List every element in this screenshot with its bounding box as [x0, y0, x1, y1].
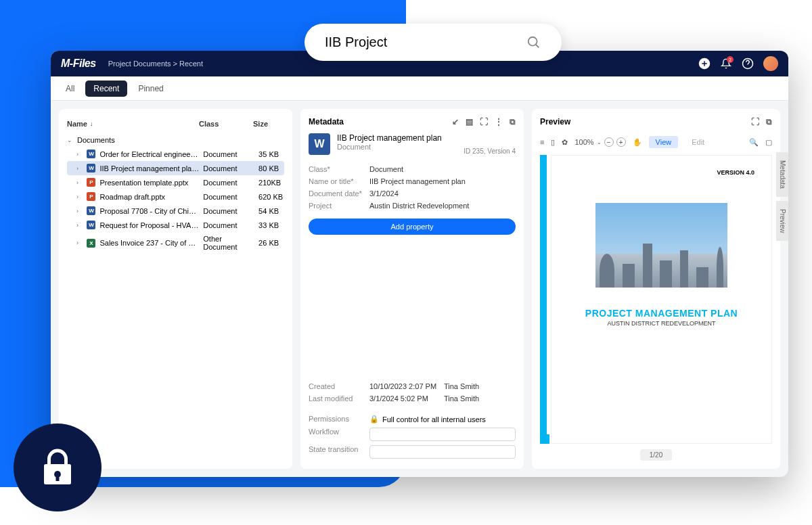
list-item[interactable]: ›PRoadmap draft.pptxDocument620 KB: [67, 189, 284, 204]
prop-project-value[interactable]: Austin District Redevelopment: [369, 202, 516, 210]
preview-header: Preview: [540, 117, 570, 127]
chevron-right-icon[interactable]: ›: [76, 179, 83, 186]
app-window: M-Files Project Documents > Recent 2 All…: [51, 51, 788, 477]
chevron-right-icon[interactable]: ›: [76, 208, 83, 214]
more-icon[interactable]: ⋮: [495, 117, 503, 127]
related-icon[interactable]: ↙: [452, 117, 459, 127]
doc-cover-title: PROJECT MANAGEMENT PLAN: [585, 308, 738, 319]
lock-badge: [14, 424, 102, 511]
avatar[interactable]: [763, 56, 778, 71]
chevron-right-icon[interactable]: ›: [76, 222, 83, 229]
item-size: 80 KB: [258, 164, 284, 173]
permissions-value[interactable]: Full control for all internal users: [382, 415, 486, 424]
modified-by: Tina Smith: [444, 394, 479, 403]
chevron-right-icon[interactable]: ›: [76, 239, 83, 246]
expand-preview-icon[interactable]: ⛶: [751, 117, 759, 127]
expand-icon[interactable]: ⛶: [480, 117, 488, 127]
document-page[interactable]: VERSION 4.0 PROJECT MANAGEMENT PLAN: [551, 155, 772, 444]
preview-panel: Preview ⛶ ⧉ ≡ ▯ ✿ 100% ⌄ − + ✋ View Edit: [532, 109, 780, 469]
file-icon: P: [87, 178, 95, 187]
file-icon: X: [87, 239, 95, 248]
workflow-input[interactable]: [369, 428, 516, 441]
sort-icon[interactable]: ↓: [90, 120, 93, 127]
chevron-down-icon[interactable]: ⌄: [597, 139, 602, 145]
breadcrumb[interactable]: Project Documents > Recent: [108, 60, 203, 68]
chevron-right-icon[interactable]: ›: [76, 151, 83, 158]
created-label: Created: [309, 382, 369, 390]
popout-preview-icon[interactable]: ⧉: [766, 117, 772, 127]
edit-button[interactable]: Edit: [685, 136, 711, 148]
annotation-icon[interactable]: ▢: [765, 138, 772, 147]
permissions-label: Permissions: [309, 415, 369, 424]
file-icon: W: [87, 221, 95, 229]
file-icon: W: [87, 150, 95, 158]
list-item[interactable]: ›WOrder for Electrical engineering.docxD…: [67, 147, 284, 161]
popout-icon[interactable]: ⧉: [510, 117, 516, 127]
chevron-right-icon[interactable]: ›: [76, 193, 83, 200]
state-label: State transition: [309, 445, 369, 459]
chevron-right-icon[interactable]: ›: [76, 165, 83, 172]
zoom-value[interactable]: 100%: [574, 138, 593, 146]
prop-date-value[interactable]: 3/1/2024: [369, 189, 516, 198]
item-size: 33 KB: [258, 221, 284, 229]
tab-pinned[interactable]: Pinned: [130, 81, 171, 97]
item-class: Document: [203, 207, 254, 215]
col-class[interactable]: Class: [199, 120, 253, 128]
list-item[interactable]: ›WIIB Project management plan.docxDocume…: [67, 161, 284, 175]
item-size: 35 KB: [258, 150, 284, 158]
lock-icon: [37, 447, 78, 488]
notification-icon[interactable]: 2: [720, 58, 732, 70]
prop-name-label: Name or title*: [309, 177, 369, 185]
help-icon[interactable]: [742, 58, 754, 70]
notification-badge: 2: [727, 56, 734, 63]
prop-name-value[interactable]: IIB Project management plan: [369, 177, 516, 185]
sidetab-metadata[interactable]: Metadata: [776, 152, 788, 197]
document-list-panel: Name ↓ Class Size ⌄ Documents ›WOrder fo…: [59, 109, 292, 469]
add-icon[interactable]: [698, 58, 710, 70]
menu-icon[interactable]: ≡: [540, 138, 544, 146]
tab-all[interactable]: All: [58, 81, 83, 97]
item-name: Roadmap draft.pptx: [99, 193, 199, 201]
add-property-button[interactable]: Add property: [309, 219, 516, 235]
gear-icon[interactable]: ✿: [562, 138, 568, 147]
column-headers: Name ↓ Class Size: [67, 117, 284, 133]
file-icon: W: [87, 164, 95, 173]
list-item[interactable]: ›PPresentation template.pptxDocument210K…: [67, 175, 284, 189]
list-item[interactable]: ›XSales Invoice 237 - City of Chicago.xl…: [67, 232, 284, 254]
word-icon: W: [309, 133, 330, 155]
metadata-panel: Metadata ↙ ▤ ⛶ ⋮ ⧉ W IIB Project managem…: [300, 109, 524, 469]
item-size: 620 KB: [258, 193, 284, 201]
file-icon: P: [87, 192, 95, 201]
state-input[interactable]: [369, 445, 516, 459]
search-icon[interactable]: [526, 35, 541, 50]
sidetab-preview[interactable]: Preview: [776, 201, 788, 242]
tabbar: All Recent Pinned: [51, 76, 788, 101]
search-preview-icon[interactable]: 🔍: [749, 138, 759, 147]
tab-recent[interactable]: Recent: [85, 81, 127, 97]
chevron-down-icon[interactable]: ⌄: [67, 137, 74, 143]
item-name: Presentation template.pptx: [99, 179, 199, 187]
file-icon: W: [87, 206, 95, 215]
list-item[interactable]: ›WRequest for Proposal - HVAC Engineerin…: [67, 218, 284, 232]
zoom-in-icon[interactable]: +: [616, 137, 626, 147]
search-input[interactable]: [325, 35, 526, 50]
doc-cover-subtitle: AUSTIN DISTRICT REDEVELOPMENT: [608, 320, 716, 327]
prop-class-value[interactable]: Document: [369, 165, 516, 173]
zoom-out-icon[interactable]: −: [604, 137, 614, 147]
panel-icon[interactable]: ▯: [551, 138, 555, 147]
created-date: 10/10/2023 2:07 PM: [369, 382, 444, 390]
col-size[interactable]: Size: [253, 120, 280, 128]
doc-id-version: ID 235, Version 4: [464, 147, 516, 155]
comment-icon[interactable]: ▤: [466, 117, 473, 127]
tree-folder[interactable]: ⌄ Documents: [67, 133, 284, 147]
list-item[interactable]: ›WProposal 7708 - City of Chicago.docxDo…: [67, 204, 284, 218]
item-class: Document: [203, 221, 254, 229]
col-name[interactable]: Name: [67, 120, 87, 128]
item-class: Other Document: [203, 235, 254, 251]
view-button[interactable]: View: [649, 136, 679, 148]
workflow-label: Workflow: [309, 428, 369, 441]
item-name: Sales Invoice 237 - City of Chicago.xls: [99, 239, 199, 247]
item-name: IIB Project management plan.docx: [99, 164, 199, 173]
page-indicator[interactable]: 1/20: [640, 449, 672, 461]
hand-icon[interactable]: ✋: [633, 138, 642, 147]
